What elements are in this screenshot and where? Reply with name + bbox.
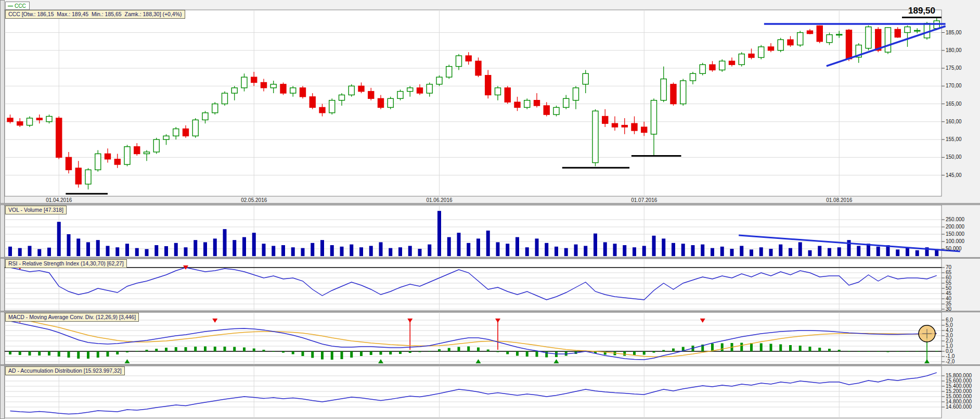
price-axis-tick-label: 145,00 [946, 172, 962, 179]
charting-workspace: — CCC CCC [Otw.: 186,15 Max.: 189,45 Min… [0, 0, 980, 419]
tab-label: CCC [15, 3, 26, 9]
chart-canvas[interactable] [0, 0, 980, 419]
volume-axis-tick-label: 150.000 [946, 231, 964, 237]
price-axis-tick-label: 180,00 [946, 47, 962, 54]
ad-panel-title: AD - Accumulation Distribution [15.923.9… [5, 366, 125, 375]
panel-splitter[interactable] [0, 257, 980, 259]
volume-axis-tick-label: 200.000 [946, 224, 964, 230]
price-axis-tick-label: 165,00 [946, 101, 962, 107]
price-axis-tick-label: 155,00 [946, 136, 962, 143]
price-axis-tick-label: 175,00 [946, 65, 962, 71]
price-target-label: 189,50 [902, 6, 942, 18]
panel-splitter[interactable] [0, 203, 980, 205]
left-gutter[interactable] [1, 1, 5, 419]
rsi-panel-title: RSI - Relative Strength Index (14,30,70)… [5, 259, 127, 268]
quote-summary-bar: CCC [Otw.: 186,15 Max.: 189,45 Min.: 185… [5, 10, 185, 19]
price-axis-tick-label: 150,00 [946, 154, 962, 160]
volume-axis-tick-label: 100.000 [946, 238, 964, 245]
volume-axis-tick-label: 250.000 [946, 217, 964, 223]
price-axis-tick-label: 185,00 [946, 30, 962, 36]
rsi-panel [5, 259, 942, 311]
panel-splitter[interactable] [0, 364, 980, 366]
panel-splitter[interactable] [0, 311, 980, 312]
volume-axis-tick-label: 50.000 [946, 246, 962, 252]
ad-panel [5, 366, 942, 418]
price-axis-tick-label: 170,00 [946, 83, 962, 89]
tab-ccc[interactable]: — CCC [5, 2, 30, 10]
price-axis-tick-label: 160,00 [946, 119, 962, 125]
series-line-icon: — [8, 3, 13, 9]
volume-panel-title: VOL - Volume [47.318] [5, 206, 67, 214]
macd-panel-title: MACD - Moving Average Conv. Div. (12,26,… [5, 313, 139, 322]
ad-axis-tick-label: 14.600.000 [946, 404, 972, 410]
